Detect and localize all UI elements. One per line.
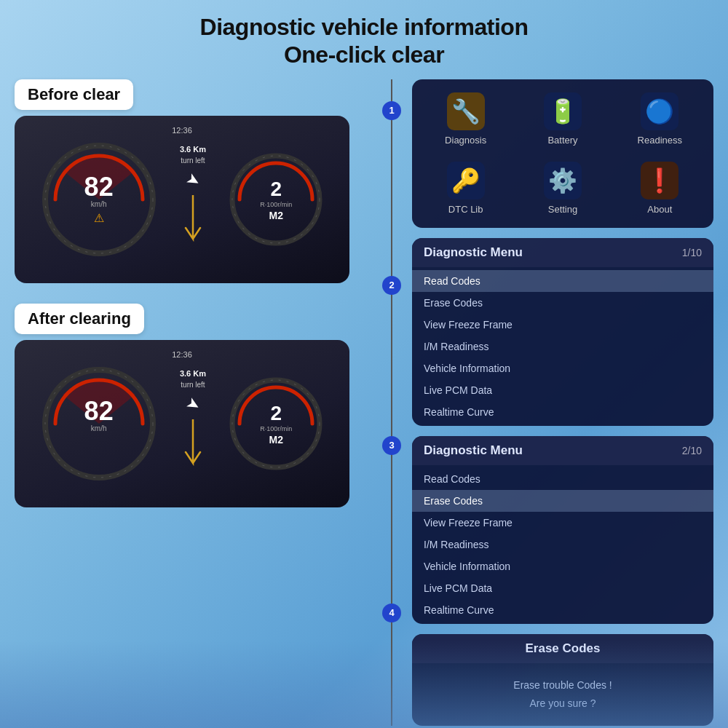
diagnostic-menu-2: Diagnostic Menu 2/10 Read Codes Erase Co… <box>412 436 713 624</box>
feature-about-label: About <box>647 204 672 215</box>
step-3: 3 <box>382 436 401 455</box>
feature-battery[interactable]: 🔋 Battery <box>516 87 609 151</box>
rpm-meter-before: 2 R·100r/min M2 <box>229 152 323 247</box>
diag-menu-1-item-0[interactable]: Read Codes <box>412 270 713 292</box>
diag-menu-2-item-3[interactable]: I/M Readiness <box>412 534 713 555</box>
diag-menu-2-item-5[interactable]: Live PCM Data <box>412 577 713 599</box>
step-2: 2 <box>382 276 401 295</box>
erase-codes-title: Erase Codes <box>526 641 601 655</box>
feature-readiness-label: Readiness <box>638 135 682 146</box>
diag-menu-1-item-3[interactable]: I/M Readiness <box>412 336 713 357</box>
diag-menu-2-title: Diagnostic Menu <box>424 443 523 458</box>
rpm-label-before: R·100r/min <box>260 201 292 208</box>
feature-diagnosis-label: Diagnosis <box>445 135 486 146</box>
erase-codes-body: Erase trouble Codes ! Are you sure ? <box>412 663 713 726</box>
diag-menu-2-item-1[interactable]: Erase Codes <box>412 490 713 512</box>
nav-direction-before: turn left <box>181 157 205 165</box>
step-1: 1 <box>382 101 401 120</box>
diag-menu-1-item-5[interactable]: Live PCM Data <box>412 379 713 401</box>
nav-distance-before: 3.6 Km <box>180 145 206 154</box>
diag-menu-2-item-6[interactable]: Realtime Curve <box>412 599 713 621</box>
feature-about[interactable]: ❗ About <box>614 156 706 221</box>
diag-menu-2-item-0[interactable]: Read Codes <box>412 468 713 490</box>
diag-menu-2-items: Read Codes Erase Codes View Freeze Frame… <box>412 465 713 624</box>
gear-before: M2 <box>269 210 283 221</box>
nav-distance-after: 3.6 Km <box>180 369 206 378</box>
erase-line2: Are you sure ? <box>529 697 596 709</box>
diag-menu-1-header: Diagnostic Menu 1/10 <box>412 238 713 267</box>
rpm-value-after: 2 <box>271 402 282 425</box>
feature-readiness[interactable]: 🔵 Readiness <box>614 87 706 151</box>
warning-icon-before: ⚠ <box>94 211 104 225</box>
dashboard-after: 12:36 82 km/h ⚠ <box>15 340 349 507</box>
erase-codes-card: Erase Codes Erase trouble Codes ! Are yo… <box>412 634 713 726</box>
feature-grid: 🔧 Diagnosis 🔋 Battery 🔵 Readiness 🔑 DTC … <box>412 79 713 228</box>
time-display-2: 12:36 <box>172 350 192 359</box>
step-4: 4 <box>382 604 401 622</box>
diag-menu-1-item-1[interactable]: Erase Codes <box>412 292 713 314</box>
diag-menu-1-item-2[interactable]: View Freeze Frame <box>412 314 713 336</box>
diag-menu-1-item-6[interactable]: Realtime Curve <box>412 401 713 423</box>
diag-menu-2-item-2[interactable]: View Freeze Frame <box>412 512 713 534</box>
page-title: Diagnostic vehicle information One-click… <box>0 0 728 79</box>
diag-menu-2-item-4[interactable]: Vehicle Information <box>412 555 713 577</box>
feature-dtclib-label: DTC Lib <box>448 204 483 215</box>
diag-menu-2-header: Diagnostic Menu 2/10 <box>412 436 713 465</box>
left-column: Before clear 12:36 <box>15 79 379 726</box>
gear-after: M2 <box>269 434 283 446</box>
before-clear-label: Before clear <box>15 79 133 110</box>
feature-setting[interactable]: ⚙️ Setting <box>516 156 609 221</box>
feature-diagnosis[interactable]: 🔧 Diagnosis <box>419 87 512 151</box>
time-display-1: 12:36 <box>172 126 192 135</box>
speed-value-before: 82 <box>84 174 114 200</box>
erase-codes-header: Erase Codes <box>412 634 713 663</box>
rpm-meter-after: 2 R·100r/min M2 <box>229 376 323 471</box>
speed-value-after: 82 <box>84 398 114 424</box>
feature-dtclib[interactable]: 🔑 DTC Lib <box>419 156 512 221</box>
feature-battery-label: Battery <box>547 135 577 146</box>
erase-codes-text: Erase trouble Codes ! Are you sure ? <box>424 676 702 713</box>
diag-menu-1-page: 1/10 <box>682 247 702 258</box>
feature-setting-label: Setting <box>548 204 577 215</box>
after-clearing-label: After clearing <box>15 304 144 334</box>
rpm-label-after: R·100r/min <box>260 425 292 432</box>
nav-display-after: 3.6 Km turn left ➤ <box>180 369 206 478</box>
speedometer-after: 82 km/h ⚠ <box>41 365 157 482</box>
nav-display-before: 3.6 Km turn left ➤ <box>180 145 206 253</box>
speedometer-before: 82 km/h ⚠ <box>41 141 157 258</box>
diag-menu-1-items: Read Codes Erase Codes View Freeze Frame… <box>412 267 713 426</box>
rpm-value-before: 2 <box>271 178 282 201</box>
erase-line1: Erase trouble Codes ! <box>513 679 612 691</box>
diag-menu-1-item-4[interactable]: Vehicle Information <box>412 357 713 379</box>
nav-direction-after: turn left <box>181 381 205 389</box>
diag-menu-1-title: Diagnostic Menu <box>424 245 523 260</box>
right-column: 🔧 Diagnosis 🔋 Battery 🔵 Readiness 🔑 DTC … <box>405 79 713 726</box>
diagnostic-menu-1: Diagnostic Menu 1/10 Read Codes Erase Co… <box>412 238 713 426</box>
dashboard-before: 12:36 <box>15 116 349 283</box>
diag-menu-2-page: 2/10 <box>682 445 702 456</box>
